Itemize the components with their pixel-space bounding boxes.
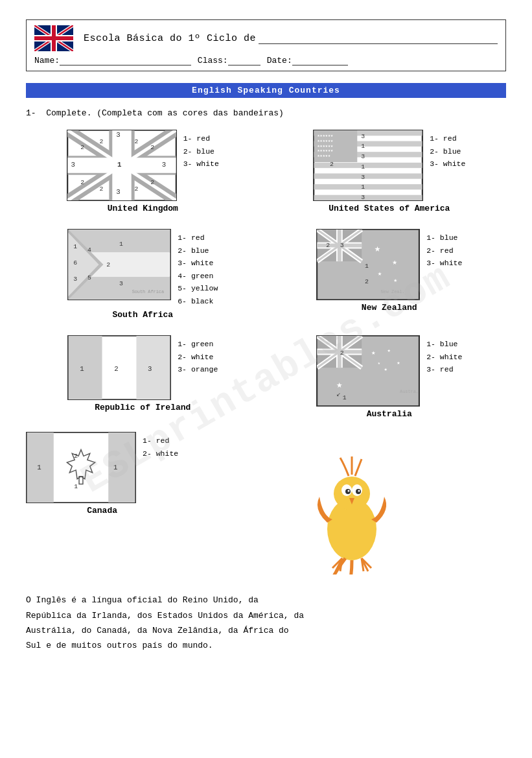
flag-sa-svg: 1 1 3 3 2 6 4 5 South Africa — [67, 229, 171, 300]
color-item: 1- red — [178, 231, 218, 244]
svg-text:Austra.: Austra. — [400, 390, 419, 395]
flag-name-uk: United Kingdom — [108, 204, 178, 213]
name-field — [60, 55, 191, 65]
flag-item-aus: ★ ★ ★ ★ ★ ★ ↙ 1 2 Austra. 1- blue 2- whi… — [273, 335, 507, 419]
header-fields: Name: Class: Date: — [34, 55, 498, 65]
svg-rect-17 — [112, 130, 131, 200]
date-label: Date: — [267, 56, 292, 65]
color-item: 1- red — [430, 132, 465, 145]
svg-rect-88 — [69, 336, 102, 399]
svg-text:2: 2 — [99, 185, 103, 193]
svg-text:★★★★★★: ★★★★★★ — [318, 148, 334, 153]
svg-text:1: 1 — [80, 365, 84, 373]
svg-rect-89 — [137, 336, 170, 399]
svg-text:3: 3 — [340, 242, 344, 249]
mascot-area — [198, 432, 506, 574]
svg-text:2: 2 — [330, 161, 334, 168]
exercise-instruction: Complete. (Completa com as cores das ban… — [46, 108, 284, 118]
svg-text:★★★★★★: ★★★★★★ — [318, 133, 334, 138]
svg-text:4: 4 — [87, 246, 91, 254]
color-item: 3- orange — [178, 363, 218, 376]
svg-text:1: 1 — [361, 163, 365, 171]
svg-text:South Africa: South Africa — [132, 289, 164, 294]
svg-text:1: 1 — [343, 394, 347, 401]
school-title: Escola Básica do 1º Ciclo de — [84, 33, 256, 44]
svg-text:2: 2 — [107, 261, 111, 268]
name-label: Name: — [34, 56, 60, 65]
svg-text:3: 3 — [361, 153, 365, 160]
color-item: 1- blue — [426, 231, 462, 244]
color-list-sa: 1- red 2- blue 3- white 4- green 5- yell… — [178, 229, 218, 307]
flag-row-aus: ★ ★ ★ ★ ★ ★ ↙ 1 2 Austra. 1- blue 2- whi… — [273, 335, 507, 407]
svg-text:★★★★★★: ★★★★★★ — [318, 138, 334, 143]
date-field — [292, 55, 348, 65]
color-list-nz: 1- blue 2- red 3- white — [426, 229, 462, 270]
class-field — [228, 55, 260, 65]
flag-name-ire: Republic of Ireland — [95, 403, 191, 412]
svg-text:★: ★ — [393, 277, 397, 284]
uk-flag-icon — [34, 25, 73, 51]
flag-row-can: 1 2 1 1 1- red 2- white — [26, 432, 178, 503]
color-item: 3- white — [178, 257, 218, 270]
svg-text:2: 2 — [99, 138, 103, 145]
svg-text:2: 2 — [134, 138, 138, 145]
color-item: 3- red — [426, 363, 462, 376]
mascot-svg — [300, 432, 404, 574]
svg-text:6: 6 — [73, 259, 77, 266]
svg-text:1: 1 — [361, 143, 365, 150]
svg-text:3: 3 — [73, 276, 77, 283]
svg-text:2: 2 — [80, 179, 84, 186]
color-list-uk: 1- red 2- blue 3- white — [183, 130, 219, 171]
svg-text:New Zeal.: New Zeal. — [381, 289, 405, 294]
bottom-text: O Inglês é a língua oficial do Reino Uni… — [26, 593, 305, 654]
flag-item-usa: ★★★★★★ ★★★★★★ ★★★★★★ ★★★★★★ ★★★★★ 3 1 3 … — [273, 130, 507, 213]
svg-text:3: 3 — [71, 161, 75, 169]
color-item: 1- red — [183, 132, 219, 145]
svg-text:3: 3 — [119, 280, 123, 287]
color-item: 3- white — [430, 158, 465, 171]
color-item: 1- blue — [426, 338, 462, 351]
flag-row-usa: ★★★★★★ ★★★★★★ ★★★★★★ ★★★★★★ ★★★★★ 3 1 3 … — [273, 130, 507, 201]
flag-item-can: 1 2 1 1 1- red 2- white Canada — [26, 432, 178, 515]
svg-point-122 — [334, 477, 370, 510]
page: ESLprintables.com Escola Básica do 1º Ci… — [0, 0, 532, 758]
flag-row-nz: ★ ★ ★ ★ 3 2 1 2 New Zeal. 1- blue 2- red… — [273, 229, 507, 300]
svg-text:3: 3 — [116, 188, 120, 196]
header-top: Escola Básica do 1º Ciclo de — [34, 25, 498, 51]
svg-text:1: 1 — [113, 464, 117, 471]
svg-text:3: 3 — [361, 133, 365, 140]
exercise-number: 1- — [26, 108, 36, 118]
color-item: 2- white — [178, 351, 218, 364]
svg-text:2: 2 — [150, 144, 154, 151]
svg-rect-8 — [52, 25, 56, 51]
header-box: Escola Básica do 1º Ciclo de Name: Class… — [26, 19, 506, 71]
svg-rect-115 — [108, 432, 135, 503]
school-line — [259, 34, 498, 44]
svg-text:★: ★ — [336, 380, 342, 392]
svg-text:2: 2 — [80, 144, 84, 151]
svg-text:2: 2 — [134, 185, 138, 193]
svg-text:2: 2 — [326, 242, 330, 249]
svg-text:3: 3 — [361, 174, 365, 181]
flag-row-sa: 1 1 3 3 2 6 4 5 South Africa 1- red 2- b… — [26, 229, 260, 307]
flag-item-nz: ★ ★ ★ ★ 3 2 1 2 New Zeal. 1- blue 2- red… — [273, 229, 507, 320]
svg-text:★★★★★★: ★★★★★★ — [318, 143, 334, 148]
svg-text:★: ★ — [378, 270, 382, 278]
svg-text:1: 1 — [74, 484, 78, 491]
flag-usa-svg: ★★★★★★ ★★★★★★ ★★★★★★ ★★★★★★ ★★★★★ 3 1 3 … — [313, 130, 423, 201]
svg-text:★: ★ — [378, 361, 380, 366]
flags-grid: 2 2 2 2 2 2 2 2 1 3 3 3 3 1- red 2- blue — [26, 130, 506, 419]
svg-text:★: ★ — [387, 348, 391, 354]
color-item: 6- black — [178, 295, 218, 308]
flag-name-aus: Australia — [367, 409, 412, 419]
svg-text:2: 2 — [365, 278, 369, 285]
flag-name-usa: United States of America — [329, 204, 450, 213]
svg-text:2: 2 — [74, 453, 78, 460]
svg-text:2: 2 — [114, 365, 118, 373]
svg-text:5: 5 — [87, 274, 91, 281]
flag-ire-svg: 1 2 3 — [67, 335, 171, 400]
svg-text:3: 3 — [361, 194, 365, 201]
color-item: 4- green — [178, 270, 218, 283]
svg-text:★: ★ — [384, 366, 388, 373]
svg-rect-36 — [314, 173, 422, 178]
